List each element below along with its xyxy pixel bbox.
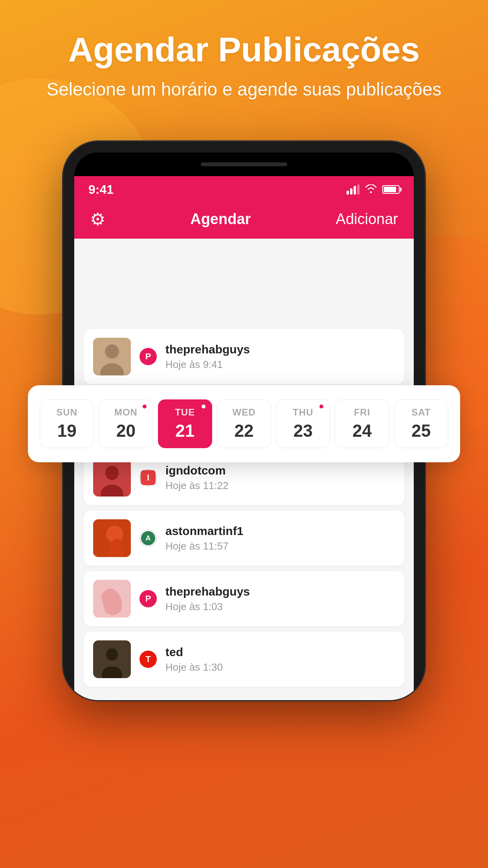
account-icon: A bbox=[139, 530, 157, 547]
post-item[interactable]: TtedHoje às 1:30 bbox=[84, 632, 404, 687]
post-item[interactable]: PtheprehabguysHoje às 1:03 bbox=[84, 571, 404, 626]
cal-day-name: MON bbox=[114, 407, 138, 418]
cal-day-num: 22 bbox=[235, 421, 254, 441]
calendar-day-24[interactable]: FRI24 bbox=[335, 399, 389, 448]
post-thumbnail bbox=[93, 580, 131, 618]
post-info: theprehabguysHoje às 9:41 bbox=[165, 343, 395, 371]
calendar-strip-wrapper: SUN19MON20TUE21WED22THU23FRI24SAT25 bbox=[28, 385, 460, 462]
post-thumbnail bbox=[93, 519, 131, 557]
post-time: Hoje às 11:22 bbox=[165, 480, 395, 492]
phone-notch bbox=[201, 162, 287, 166]
settings-icon[interactable]: ⚙ bbox=[90, 209, 105, 229]
status-time: 9:41 bbox=[88, 182, 114, 197]
post-item[interactable]: Aastonmartinf1Hoje às 11:57 bbox=[84, 511, 404, 566]
post-thumbnail bbox=[93, 640, 131, 678]
page-subtitle: Selecione um horário e agende suas publi… bbox=[0, 68, 488, 101]
post-account-name: theprehabguys bbox=[165, 343, 395, 356]
phone-notch-bar bbox=[74, 153, 414, 176]
calendar-day-21[interactable]: TUE21 bbox=[158, 399, 212, 448]
page-title: Agendar Publicações bbox=[0, 31, 488, 68]
post-account-name: astonmartinf1 bbox=[165, 524, 395, 538]
post-thumbnail bbox=[93, 459, 131, 497]
post-account-name: theprehabguys bbox=[165, 585, 395, 598]
calendar-dot bbox=[202, 405, 205, 408]
post-info: tedHoje às 1:30 bbox=[165, 645, 395, 673]
cal-day-num: 19 bbox=[57, 421, 77, 441]
post-time: Hoje às 9:41 bbox=[165, 359, 395, 371]
cal-day-num: 24 bbox=[352, 421, 372, 441]
cal-day-name: TUE bbox=[175, 407, 195, 418]
calendar-day-22[interactable]: WED22 bbox=[217, 399, 271, 448]
post-info: astonmartinf1Hoje às 11:57 bbox=[165, 524, 395, 552]
calendar-day-25[interactable]: SAT25 bbox=[394, 399, 448, 448]
svg-point-14 bbox=[106, 648, 118, 661]
cal-day-num: 21 bbox=[175, 421, 194, 441]
post-account-name: ted bbox=[165, 645, 395, 659]
post-info: igndotcomHoje às 11:22 bbox=[165, 464, 395, 492]
calendar-dot bbox=[143, 405, 147, 408]
add-button[interactable]: Adicionar bbox=[336, 211, 398, 228]
cal-day-num: 25 bbox=[411, 421, 431, 441]
status-bar: 9:41 bbox=[74, 176, 414, 203]
cal-day-num: 23 bbox=[294, 421, 313, 441]
svg-point-7 bbox=[105, 466, 119, 480]
calendar-dot bbox=[319, 405, 323, 408]
status-icons bbox=[347, 184, 400, 196]
post-time: Hoje às 1:30 bbox=[165, 661, 395, 673]
post-thumbnail bbox=[93, 338, 131, 375]
cal-day-name: SUN bbox=[56, 407, 77, 418]
post-time: Hoje às 11:57 bbox=[165, 540, 395, 552]
cal-day-name: FRI bbox=[354, 407, 371, 418]
account-icon: T bbox=[139, 651, 157, 668]
svg-point-1 bbox=[105, 344, 119, 359]
account-icon: I bbox=[139, 469, 157, 486]
battery-icon bbox=[382, 185, 400, 194]
signal-icon bbox=[347, 184, 360, 195]
posts-list: PtheprehabguysHoje às 9:41TtedHoje às 10… bbox=[74, 321, 414, 700]
page-header: Agendar Publicações Selecione um horário… bbox=[0, 0, 488, 117]
calendar-day-20[interactable]: MON20 bbox=[99, 399, 153, 448]
calendar-day-19[interactable]: SUN19 bbox=[40, 399, 94, 448]
wifi-icon bbox=[365, 184, 377, 196]
post-account-name: igndotcom bbox=[165, 464, 395, 477]
app-navbar: ⚙ Agendar Adicionar bbox=[74, 203, 414, 239]
post-info: theprehabguysHoje às 1:03 bbox=[165, 585, 395, 613]
calendar-day-23[interactable]: THU23 bbox=[276, 399, 330, 448]
cal-day-name: THU bbox=[293, 407, 313, 418]
post-item[interactable]: PtheprehabguysHoje às 9:41 bbox=[84, 329, 404, 384]
cal-day-name: WED bbox=[232, 407, 255, 418]
account-icon: P bbox=[139, 590, 157, 607]
nav-title: Agendar bbox=[190, 211, 251, 228]
account-icon: P bbox=[139, 348, 157, 365]
cal-day-num: 20 bbox=[116, 421, 136, 441]
cal-day-name: SAT bbox=[411, 407, 431, 418]
post-time: Hoje às 1:03 bbox=[165, 601, 395, 613]
phone-screen: PtheprehabguysHoje às 9:41TtedHoje às 10… bbox=[74, 239, 414, 700]
calendar-strip: SUN19MON20TUE21WED22THU23FRI24SAT25 bbox=[28, 385, 460, 462]
